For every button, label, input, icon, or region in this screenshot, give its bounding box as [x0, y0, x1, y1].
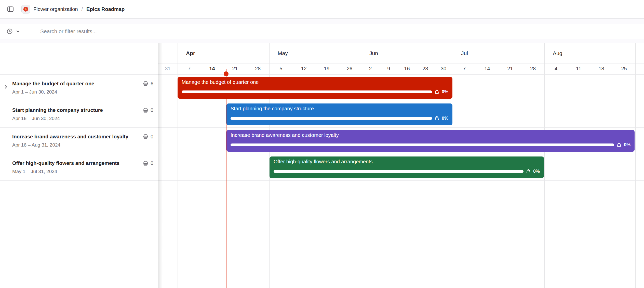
- epic-child-count: 0: [142, 160, 153, 166]
- progress-track: [231, 117, 432, 120]
- weight-icon: [526, 168, 531, 174]
- epic-title-link[interactable]: Increase brand awareness and customer lo…: [12, 134, 139, 140]
- roadmap-area: .roadmap .vline{left:0;} /* gridlines ar…: [0, 43, 644, 288]
- epic-date-range: Apr 16 – Aug 31, 2024: [12, 142, 153, 148]
- org-avatar[interactable]: [21, 5, 30, 14]
- week-tick: 4: [545, 63, 567, 74]
- week-tick: 14: [476, 63, 499, 74]
- epic-icon: [142, 160, 149, 166]
- timeline-weeks-header: 31 7 14 21 28 5 12 19 26 2 9 16 23 30: [158, 63, 644, 74]
- today-marker-dot: [224, 71, 229, 76]
- epic-list-item: Increase brand awareness and customer lo…: [0, 127, 158, 154]
- filtered-search-box: [0, 24, 644, 39]
- epic-list-item: Offer high-quality flowers and arrangeme…: [0, 154, 158, 180]
- today-line: [226, 69, 226, 288]
- week-tick: 23: [416, 63, 434, 74]
- week-tick: 21: [499, 63, 522, 74]
- week-tick: 30: [434, 63, 453, 74]
- week-tick: 7: [178, 63, 201, 74]
- epic-bar-title: Increase brand awareness and customer lo…: [231, 132, 630, 138]
- month-gridline: [635, 43, 636, 288]
- sidebar-toggle-button[interactable]: [6, 5, 15, 14]
- progress-percent: 0%: [442, 89, 448, 95]
- row-divider: [0, 180, 644, 181]
- epic-bar-title: Start planning the company structure: [231, 106, 448, 112]
- progress-percent: 0%: [624, 142, 630, 148]
- epic-date-range: Apr 16 – Jun 30, 2024: [12, 116, 153, 121]
- epic-list-item: Start planning the company structure 0 A…: [0, 101, 158, 127]
- breadcrumb-separator: /: [82, 6, 83, 12]
- week-tick: 7: [453, 63, 476, 74]
- chevron-down-icon: [16, 29, 20, 33]
- month-label-jun: Jun: [361, 43, 453, 63]
- progress-percent: 0%: [442, 116, 448, 121]
- weight-icon: [434, 89, 440, 95]
- progress-percent: 0%: [533, 169, 540, 174]
- epics-roadmap-page: Flower organization / Epics Roadmap: [0, 0, 644, 288]
- week-tick: 16: [398, 63, 416, 74]
- epic-timeline-bar[interactable]: Start planning the company structure 0%: [226, 103, 452, 125]
- epic-icon: [142, 134, 149, 140]
- search-input[interactable]: [26, 24, 644, 39]
- epic-bar-title: Offer high-quality flowers and arrangeme…: [274, 159, 540, 165]
- week-tick: 28: [521, 63, 544, 74]
- epic-timeline-bar[interactable]: Offer high-quality flowers and arrangeme…: [270, 156, 544, 178]
- chevron-right-icon: [4, 85, 8, 89]
- week-tick: 11: [567, 63, 590, 74]
- epic-child-count: 6: [142, 81, 153, 87]
- epic-title-link[interactable]: Start planning the company structure: [12, 107, 139, 113]
- epic-timeline-bar[interactable]: Increase brand awareness and customer lo…: [226, 130, 635, 152]
- epic-icon: [142, 81, 149, 87]
- week-tick: 26: [338, 63, 361, 74]
- flower-avatar-icon: [23, 6, 29, 12]
- epic-title-link[interactable]: Offer high-quality flowers and arrangeme…: [12, 160, 139, 166]
- epic-bar-title: Manage the budget of quarter one: [182, 79, 448, 85]
- month-label-aug: Aug: [545, 43, 635, 63]
- epic-list-item: Manage the budget of quarter one 6 Apr 1…: [0, 74, 158, 101]
- list-panel-shadow: [158, 43, 163, 288]
- week-tick: 18: [590, 63, 613, 74]
- epic-child-count: 0: [142, 107, 153, 113]
- week-tick: 5: [270, 63, 292, 74]
- progress-track: [274, 170, 524, 173]
- epic-title-link[interactable]: Manage the budget of quarter one: [12, 81, 139, 87]
- weight-icon: [616, 142, 622, 148]
- weight-icon: [434, 115, 440, 121]
- timeline-months-header: Apr May Jun Jul Aug: [158, 43, 644, 63]
- epic-child-count: 0: [142, 134, 153, 140]
- month-label-may: May: [270, 43, 361, 63]
- breadcrumb-page-title: Epics Roadmap: [86, 6, 125, 12]
- week-tick: 14: [201, 63, 224, 74]
- breadcrumb-org-link[interactable]: Flower organization: [33, 6, 78, 12]
- expand-epic-button[interactable]: [2, 83, 10, 91]
- week-tick: 12: [292, 63, 315, 74]
- week-tick: 9: [380, 63, 398, 74]
- month-label-apr: Apr: [178, 43, 269, 63]
- week-tick: 19: [315, 63, 338, 74]
- week-tick: 25: [613, 63, 635, 74]
- month-label-jul: Jul: [453, 43, 544, 63]
- epic-icon: [142, 107, 149, 113]
- filter-strip: [0, 19, 644, 43]
- breadcrumb-bar: Flower organization / Epics Roadmap: [0, 0, 644, 19]
- history-icon: [6, 28, 13, 35]
- sidebar-toggle-icon: [7, 5, 14, 13]
- week-tick: 2: [361, 63, 380, 74]
- epic-date-range: May 1 – Jul 31, 2024: [12, 169, 153, 174]
- week-tick: 28: [246, 63, 269, 74]
- epic-date-range: Apr 1 – Jun 30, 2024: [12, 89, 153, 95]
- progress-track: [182, 90, 432, 93]
- recent-searches-dropdown[interactable]: [0, 24, 26, 39]
- month-gridline: [544, 43, 545, 288]
- epic-timeline-bar[interactable]: Manage the budget of quarter one 0%: [178, 77, 452, 99]
- progress-track: [231, 143, 614, 146]
